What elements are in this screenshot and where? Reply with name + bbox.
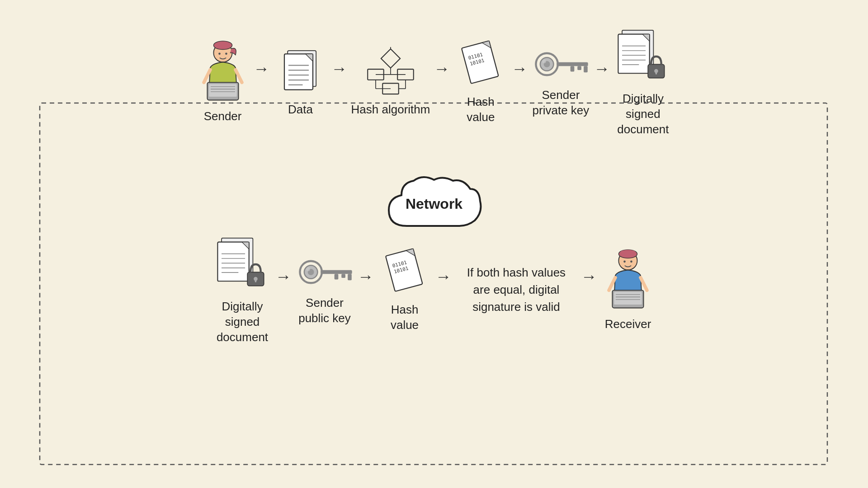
svg-rect-37 bbox=[578, 66, 582, 70]
sender-public-key-label: Senderpublic key bbox=[298, 296, 351, 326]
receiver-label: Receiver bbox=[605, 317, 651, 332]
receiver-icon bbox=[603, 248, 653, 311]
node-sender-private-key: Senderprivate key bbox=[531, 46, 590, 118]
signed-doc-top-icon bbox=[613, 27, 672, 86]
hash-value-bottom-icon: 01101 10101 bbox=[384, 247, 425, 297]
svg-rect-51 bbox=[217, 242, 249, 282]
sender-label: Sender bbox=[204, 109, 242, 124]
svg-rect-66 bbox=[348, 274, 352, 280]
svg-rect-6 bbox=[209, 84, 237, 97]
svg-marker-17 bbox=[381, 49, 400, 68]
diagram: Sender → Data → bbox=[0, 0, 868, 488]
signed-doc-bottom-icon bbox=[213, 235, 272, 294]
svg-point-67 bbox=[306, 267, 310, 271]
sender-private-key-label: Senderprivate key bbox=[533, 88, 590, 118]
node-receiver: Receiver bbox=[601, 248, 655, 332]
sender-public-key-icon bbox=[295, 254, 354, 290]
bottom-row: Digitallysigneddocument → Senderpublic k… bbox=[27, 235, 841, 345]
node-sender-public-key: Senderpublic key bbox=[295, 254, 354, 326]
validation-label: If both hash valuesare equal, digitalsig… bbox=[467, 264, 566, 315]
signed-doc-bottom-label: Digitallysigneddocument bbox=[217, 299, 268, 345]
svg-rect-35 bbox=[557, 62, 588, 66]
arrow-2: → bbox=[331, 59, 348, 78]
svg-rect-77 bbox=[614, 292, 642, 305]
arrow-4: → bbox=[511, 59, 528, 78]
sender-icon bbox=[198, 40, 248, 103]
node-hash-value-top: 01101 10101 Hashvalue bbox=[453, 39, 508, 125]
svg-rect-63 bbox=[321, 270, 352, 274]
svg-rect-38 bbox=[584, 66, 588, 72]
svg-rect-65 bbox=[341, 274, 345, 278]
node-hash-value-bottom: 01101 10101 Hashvalue bbox=[377, 247, 432, 333]
svg-point-4 bbox=[225, 52, 227, 55]
hash-value-top-label: Hashvalue bbox=[467, 94, 495, 125]
node-data: Data bbox=[274, 47, 328, 117]
signed-doc-top-label: Digitallysigneddocument bbox=[617, 91, 669, 137]
data-label: Data bbox=[288, 102, 313, 117]
svg-rect-41 bbox=[618, 34, 650, 74]
arrow-8: → bbox=[435, 267, 452, 286]
arrow-1: → bbox=[254, 59, 270, 78]
svg-rect-49 bbox=[656, 71, 657, 75]
arrow-3: → bbox=[434, 59, 450, 78]
arrow-5: → bbox=[594, 59, 610, 78]
node-signed-doc-top: Digitallysigneddocument bbox=[613, 27, 672, 137]
node-hash-algo: Hash algorithm bbox=[351, 47, 430, 117]
svg-point-75 bbox=[630, 260, 632, 263]
svg-point-74 bbox=[623, 260, 626, 263]
network-cloud-icon: Network bbox=[380, 167, 488, 244]
top-row: Sender → Data → bbox=[27, 27, 841, 137]
node-validation: If both hash valuesare equal, digitalsig… bbox=[455, 264, 577, 315]
arrow-7: → bbox=[358, 267, 374, 286]
svg-point-39 bbox=[542, 59, 547, 63]
hash-algorithm-label: Hash algorithm bbox=[351, 102, 430, 117]
svg-rect-59 bbox=[255, 279, 256, 282]
data-icon bbox=[280, 47, 321, 97]
hash-algorithm-icon bbox=[366, 47, 415, 97]
hash-value-top-icon: 01101 10101 bbox=[460, 39, 501, 89]
network-node: Network bbox=[380, 167, 488, 246]
svg-rect-36 bbox=[571, 66, 575, 71]
svg-point-73 bbox=[620, 250, 636, 255]
node-signed-doc-bottom: Digitallysigneddocument bbox=[213, 235, 272, 345]
svg-point-2 bbox=[213, 41, 232, 50]
arrow-9: → bbox=[581, 267, 597, 286]
hash-value-bottom-label: Hashvalue bbox=[391, 302, 419, 333]
svg-rect-64 bbox=[335, 274, 339, 279]
sender-private-key-icon bbox=[531, 46, 590, 82]
node-sender: Sender bbox=[196, 40, 250, 124]
arrow-6: → bbox=[275, 267, 292, 286]
svg-point-3 bbox=[218, 52, 221, 55]
network-label: Network bbox=[406, 196, 462, 212]
